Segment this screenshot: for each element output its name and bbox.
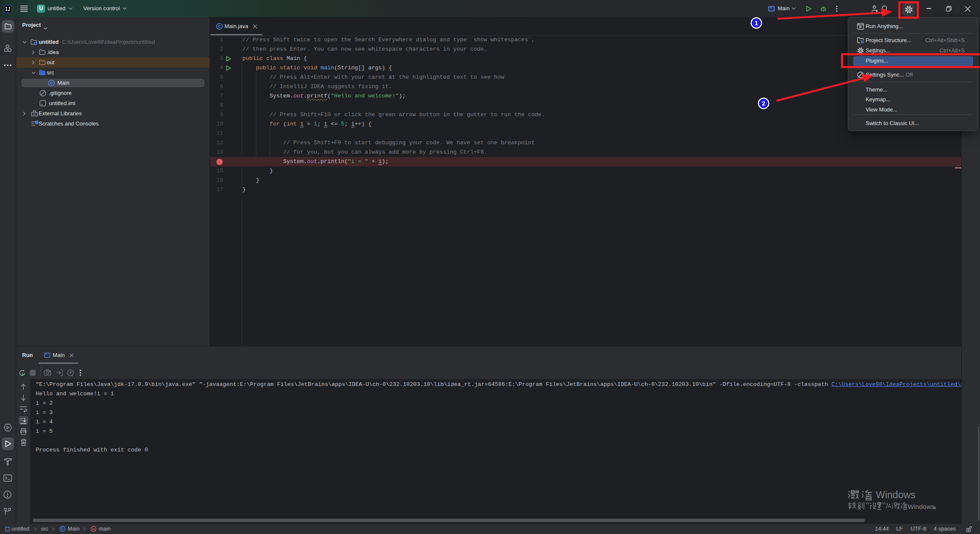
svg-text:m: m: [92, 527, 95, 531]
svg-text:Windows: Windows: [876, 489, 915, 500]
svg-text:C: C: [218, 24, 221, 29]
svg-text:C: C: [61, 527, 64, 531]
svg-text:Windows: Windows: [908, 503, 935, 510]
svg-text:C: C: [50, 80, 53, 85]
